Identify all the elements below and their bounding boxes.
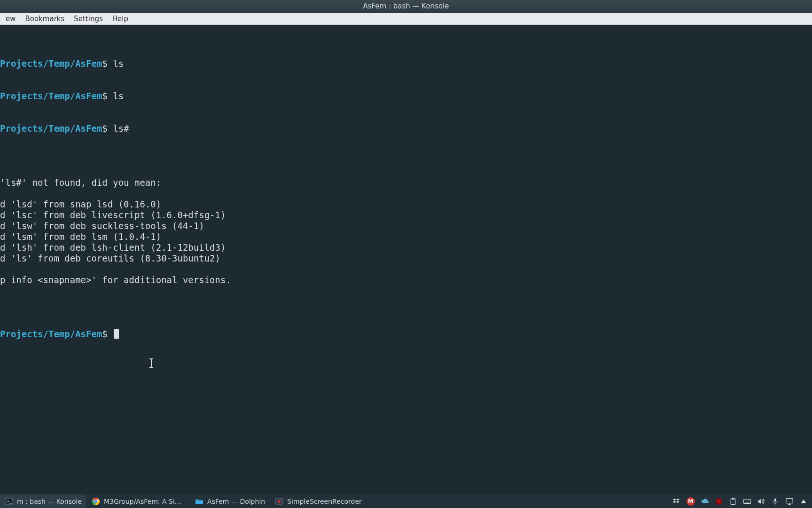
terminal-line: Projects/Temp/AsFem$ ls [0,91,812,102]
cursor-block-icon [114,329,119,339]
text-caret-icon [151,358,152,368]
mega-icon[interactable]: M [686,497,695,506]
svg-rect-10 [743,499,750,503]
terminal-output-line [0,167,812,177]
prompt-symbol: $ [102,91,107,101]
terminal-output-line: d 'lsw' from deb suckless-tools (44-1) [0,221,812,231]
terminal-output-line: p info <snapname>' for additional versio… [0,275,812,286]
menu-settings-label: Settings [74,15,103,23]
svg-rect-19 [786,498,793,503]
menu-view-label: ew [6,15,16,23]
task-label: AsFem — Dolphin [207,498,265,505]
command-text: ls [113,58,124,69]
system-tray: M [668,494,812,508]
display-icon[interactable] [785,497,794,506]
terminal-output-line [0,188,812,199]
menu-settings[interactable]: Settings [69,13,108,25]
terminal-output-line: d 'lsm' from deb lsm (1.0.4-1) [0,231,812,242]
menubar: ew Bookmarks Settings Help [0,13,812,25]
prompt-path: Projects/Temp/AsFem [0,58,102,69]
keyboard-icon[interactable] [742,497,752,506]
window-title: AsFem : bash — Konsole [363,2,449,10]
command-text: ls# [113,123,129,134]
task-konsole[interactable]: >_ m : bash — Konsole [0,494,87,508]
menu-view[interactable]: ew [1,13,21,25]
microphone-icon[interactable] [771,497,780,506]
terminal-output-line: d 'lsc' from deb livescript (1.6.0+dfsg-… [0,210,812,221]
terminal-viewport[interactable]: Projects/Temp/AsFem$ ls Projects/Temp/As… [0,25,812,494]
terminal-output-line [0,286,812,296]
volume-icon[interactable] [757,497,766,506]
task-recorder[interactable]: SimpleScreenRecorder [270,494,367,508]
terminal-output-line: 'ls#' not found, did you mean: [0,177,812,188]
prompt-path: Projects/Temp/AsFem [0,329,102,339]
task-label: m : bash — Konsole [17,498,82,505]
svg-rect-8 [731,499,735,504]
terminal-output-line: d 'lsd' from snap lsd (0.16.0) [0,199,812,210]
konsole-icon: >_ [5,497,13,506]
prompt-symbol: $ [102,329,107,339]
prompt-path: Projects/Temp/AsFem [0,91,102,101]
taskbar: >_ m : bash — Konsole M3Group/AsFem: A S… [0,494,812,508]
record-icon[interactable] [714,497,724,506]
menu-bookmarks[interactable]: Bookmarks [21,13,70,25]
menu-help[interactable]: Help [108,13,133,25]
recorder-icon [275,497,283,506]
dropbox-icon[interactable] [672,497,681,506]
svg-rect-17 [774,498,776,501]
menu-help-label: Help [112,15,128,23]
clipboard-icon[interactable] [728,497,738,506]
task-label: SimpleScreenRecorder [287,498,362,505]
task-label: M3Group/AsFem: A Simple Finite ... [104,498,185,505]
command-text: ls [113,91,124,101]
terminal-output: 'ls#' not found, did you mean: d 'lsd' f… [0,167,812,296]
prompt-symbol: $ [102,123,107,134]
terminal-output-line: d 'lsh' from deb lsh-client (2.1-12build… [0,242,812,253]
terminal-line: Projects/Temp/AsFem$ ls# [0,123,812,134]
cloud-icon[interactable] [700,497,710,506]
terminal-output-line [0,264,812,275]
svg-rect-9 [732,498,734,499]
svg-point-7 [278,500,281,503]
terminal-output-line: d 'ls' from deb coreutils (8.30-3ubuntu2… [0,253,812,264]
task-dolphin[interactable]: AsFem — Dolphin [190,494,270,508]
prompt-symbol: $ [102,58,107,69]
svg-text:>_: >_ [7,499,12,504]
prompt-path: Projects/Temp/AsFem [0,123,102,134]
window-titlebar: AsFem : bash — Konsole [0,0,812,13]
chrome-icon [92,497,100,506]
folder-icon [195,497,203,506]
terminal-line: Projects/Temp/AsFem$ ls [0,58,812,69]
svg-point-5 [95,500,97,502]
menu-bookmarks-label: Bookmarks [25,15,65,23]
terminal-line: Projects/Temp/AsFem$ [0,329,812,340]
task-chrome[interactable]: M3Group/AsFem: A Simple Finite ... [87,494,190,508]
show-hidden-icons-icon[interactable] [799,497,808,506]
